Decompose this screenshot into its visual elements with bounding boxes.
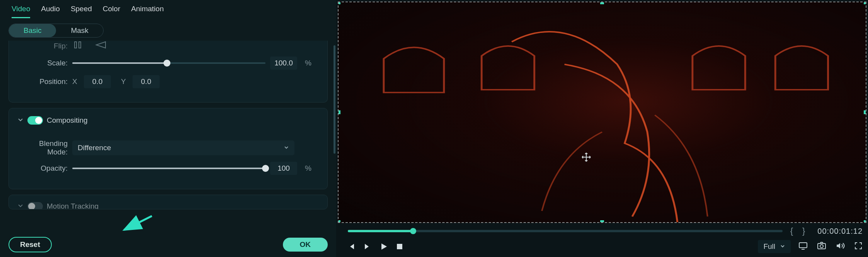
chevron-down-icon: [780, 242, 785, 251]
motion-tracking-section: Motion Tracking: [9, 195, 328, 209]
ok-button[interactable]: OK: [283, 238, 328, 252]
opacity-unit: %: [305, 164, 311, 173]
sub-tab-mask[interactable]: Mask: [56, 24, 103, 37]
sub-tab-basic[interactable]: Basic: [9, 24, 56, 37]
scale-value[interactable]: 100.0: [270, 57, 297, 70]
scale-slider[interactable]: [72, 62, 266, 64]
transform-section: Flip: Scale: 100.0 % Position: X: [9, 41, 328, 103]
next-frame-button[interactable]: [363, 242, 372, 251]
sub-tab-group: Basic Mask: [9, 24, 104, 38]
playback-controls: Full: [336, 238, 868, 257]
motion-tracking-toggle[interactable]: [27, 202, 43, 209]
timeline-bar: { } 00:00:01:12: [336, 223, 868, 238]
pos-y-label: Y: [121, 77, 128, 86]
svg-line-1: [124, 216, 152, 230]
main-tabs: Video Audio Speed Color Animation: [0, 0, 336, 18]
scale-unit: %: [305, 59, 311, 67]
mark-in-button[interactable]: {: [789, 226, 795, 236]
left-panel: Video Audio Speed Color Animation Basic …: [0, 0, 336, 257]
blend-mode-select[interactable]: Difference: [72, 140, 294, 155]
compositing-header: Compositing: [17, 114, 319, 128]
move-icon[interactable]: [581, 152, 592, 164]
mark-out-button[interactable]: }: [801, 226, 807, 236]
compositing-section: Compositing Blending Mode: Difference Op…: [9, 108, 328, 189]
blend-label: Blending Mode:: [17, 139, 68, 156]
opacity-value[interactable]: 100: [270, 162, 297, 175]
timeline-slider[interactable]: [348, 230, 783, 232]
panel-scroll[interactable]: Flip: Scale: 100.0 % Position: X: [0, 41, 336, 233]
prev-frame-button[interactable]: [347, 242, 356, 251]
opacity-slider[interactable]: [72, 168, 266, 169]
svg-rect-3: [799, 243, 807, 248]
timecode: 00:00:01:12: [813, 227, 863, 236]
blend-row: Blending Mode: Difference: [17, 139, 319, 156]
tab-audio[interactable]: Audio: [41, 5, 60, 18]
snapshot-icon[interactable]: [817, 242, 826, 252]
tab-speed[interactable]: Speed: [71, 5, 92, 18]
position-label: Position:: [17, 77, 68, 86]
opacity-row: Opacity: 100 %: [17, 162, 319, 175]
fullscreen-icon[interactable]: [854, 242, 863, 252]
play-button[interactable]: [380, 242, 388, 251]
bottom-bar: Reset OK: [0, 233, 336, 257]
preview-canvas[interactable]: [338, 2, 866, 223]
scrollbar[interactable]: [334, 45, 335, 154]
chevron-down-icon[interactable]: [17, 202, 24, 209]
zoom-select[interactable]: Full: [758, 240, 791, 253]
flip-horizontal-icon[interactable]: [72, 41, 83, 51]
chevron-down-icon: [284, 144, 289, 152]
annotation-arrow: [121, 214, 156, 233]
volume-icon[interactable]: [836, 242, 845, 252]
svg-point-5: [820, 245, 823, 248]
flip-vertical-icon[interactable]: [95, 41, 106, 51]
scale-row: Scale: 100.0 %: [17, 57, 319, 70]
stop-button[interactable]: [396, 243, 403, 250]
flip-row: Flip:: [17, 41, 319, 51]
position-row: Position: X 0.0 Y 0.0: [17, 75, 319, 88]
flip-label: Flip:: [17, 42, 68, 50]
pos-y-value[interactable]: 0.0: [133, 75, 160, 88]
tab-animation[interactable]: Animation: [131, 5, 164, 18]
preview-tools: [798, 242, 863, 252]
chevron-down-icon[interactable]: [17, 116, 24, 125]
opacity-label: Opacity:: [17, 164, 68, 173]
tab-color[interactable]: Color: [103, 5, 120, 18]
zoom-value: Full: [763, 242, 775, 251]
scale-label: Scale:: [17, 59, 68, 67]
compositing-title: Compositing: [47, 116, 88, 125]
tab-video[interactable]: Video: [12, 5, 30, 18]
compositing-toggle[interactable]: [27, 116, 43, 125]
right-panel: { } 00:00:01:12 Full: [336, 0, 868, 257]
sub-tabs: Basic Mask: [0, 18, 336, 41]
preview-artwork: [339, 2, 866, 222]
blend-mode-value: Difference: [78, 144, 111, 152]
display-icon[interactable]: [798, 242, 808, 252]
svg-rect-2: [397, 244, 402, 249]
reset-button[interactable]: Reset: [9, 237, 52, 252]
pos-x-label: X: [72, 77, 79, 86]
motion-tracking-title: Motion Tracking: [47, 202, 99, 209]
pos-x-value[interactable]: 0.0: [84, 75, 111, 88]
